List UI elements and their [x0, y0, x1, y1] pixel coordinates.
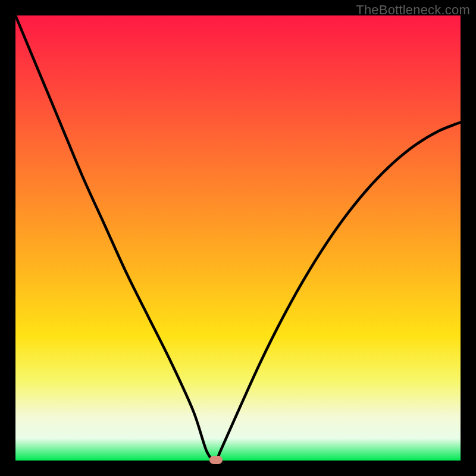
watermark-text: TheBottleneck.com	[356, 2, 470, 18]
bottleneck-curve	[15, 15, 461, 461]
chart-frame: TheBottleneck.com	[0, 0, 476, 476]
plot-area	[15, 15, 461, 461]
minimum-marker	[209, 456, 223, 464]
